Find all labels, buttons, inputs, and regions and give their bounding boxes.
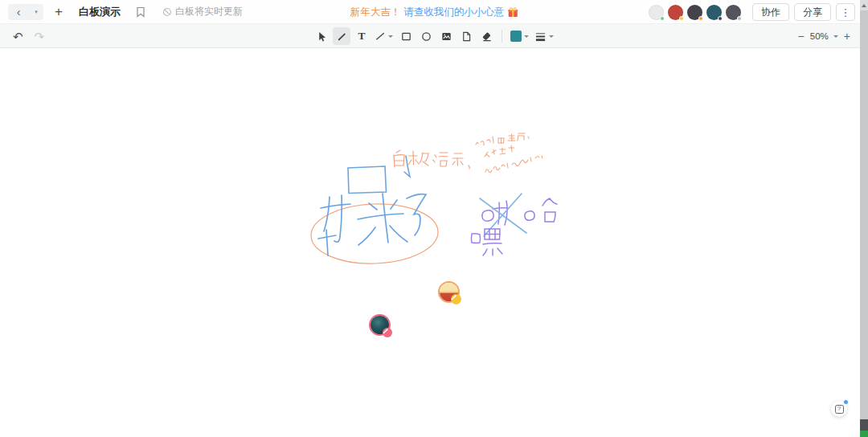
board-title[interactable]: 白板演示: [79, 5, 121, 19]
circle-icon: [420, 31, 432, 43]
sync-status-text: 白板将实时更新: [175, 5, 243, 18]
image-icon: [440, 31, 452, 43]
avatar[interactable]: [668, 5, 683, 20]
zoom-level-dropdown[interactable]: 50%: [810, 31, 838, 41]
avatar[interactable]: [726, 5, 741, 20]
zoom-out-button[interactable]: −: [798, 31, 805, 42]
stroke-width-icon: [534, 31, 547, 42]
status-dot: [718, 16, 723, 21]
scrollbar-corner: [860, 431, 868, 437]
rectangle-tool-button[interactable]: [397, 27, 415, 45]
handwriting-purple-word: [482, 198, 557, 225]
vertical-scrollbar[interactable]: [860, 0, 868, 437]
collaborator-cursor: [438, 281, 460, 303]
collaborator-avatars: [649, 5, 741, 20]
eraser-icon: [481, 31, 493, 43]
avatar[interactable]: [687, 5, 702, 20]
sync-slash-icon: [162, 7, 172, 17]
select-tool-button[interactable]: [313, 27, 330, 45]
help-icon: ?: [835, 405, 844, 414]
color-swatch: [510, 31, 522, 42]
text-tool-icon: T: [358, 30, 365, 43]
more-menu-button[interactable]: ⋮: [836, 3, 855, 21]
collaborator-cursor: [369, 314, 391, 336]
zoom-caret-icon: [833, 35, 838, 38]
drawn-ellipse: [310, 202, 439, 265]
stroke-color-button[interactable]: [509, 27, 530, 45]
gift-icon: [507, 7, 518, 18]
line-icon: [375, 31, 386, 42]
ellipse-tool-button[interactable]: [417, 27, 435, 45]
scrollbar-thumb[interactable]: [860, 419, 868, 431]
header-left: ‹ ▾ + 白板演示 白板将实时更新: [0, 3, 243, 21]
pen-icon: [336, 31, 348, 43]
rectangle-icon: [400, 31, 412, 43]
color-caret-icon: [524, 35, 529, 38]
drawn-blue-arrow: [404, 156, 410, 177]
header-right: 协作 分享 ⋮: [649, 0, 855, 24]
handwriting-board-note: [394, 150, 469, 169]
new-board-button[interactable]: +: [50, 3, 68, 21]
cursor-arrow-icon: [316, 31, 328, 43]
drawn-cross-out: [480, 194, 526, 236]
handwriting-big-blue: [318, 194, 426, 255]
sync-status: 白板将实时更新: [162, 5, 243, 18]
handwriting-device-note: [476, 133, 542, 173]
toolbar: ↶ ↷ T: [0, 24, 868, 48]
document-icon: [461, 31, 473, 43]
promo-message: 请查收我们的小小心意: [403, 6, 504, 19]
status-dot: [698, 16, 703, 21]
avatar[interactable]: [649, 5, 664, 20]
zoom-in-button[interactable]: +: [844, 31, 850, 42]
line-tool-caret-icon: [388, 35, 393, 38]
drawn-rectangle: [348, 166, 387, 194]
back-button[interactable]: ‹: [8, 4, 29, 20]
document-tool-button[interactable]: [457, 27, 475, 45]
promo-highlight: 新年大吉！: [350, 6, 401, 19]
pen-tool-button[interactable]: [333, 27, 350, 45]
undo-button[interactable]: ↶: [11, 31, 25, 43]
back-history-caret-icon[interactable]: ▾: [29, 4, 43, 20]
help-button[interactable]: ?: [831, 401, 847, 417]
whiteboard-canvas[interactable]: [0, 48, 868, 437]
image-tool-button[interactable]: [437, 27, 455, 45]
eraser-tool-button[interactable]: [477, 27, 495, 45]
text-tool-button[interactable]: T: [353, 27, 371, 45]
tool-strip: T: [313, 24, 555, 48]
scrollbar-up-arrow-icon[interactable]: [860, 0, 868, 10]
promo-banner[interactable]: 新年大吉！ 请查收我们的小小心意: [350, 0, 518, 24]
whiteboard-app: ‹ ▾ + 白板演示 白板将实时更新 新年大吉！ 请查收我们的小小心意: [0, 0, 868, 437]
status-dot: [679, 16, 684, 21]
toolbar-divider: [502, 30, 502, 43]
zoom-level-value: 50%: [810, 31, 829, 41]
nav-pill: ‹ ▾: [8, 4, 43, 20]
share-button[interactable]: 分享: [794, 3, 831, 21]
pencil-badge-icon: [451, 294, 461, 304]
redo-button[interactable]: ↷: [33, 31, 47, 43]
bookmark-icon[interactable]: [132, 3, 149, 21]
zoom-controls: − 50% +: [798, 24, 850, 48]
history-controls: ↶ ↷: [11, 24, 46, 48]
stroke-width-caret-icon: [549, 35, 554, 38]
collaborate-button[interactable]: 协作: [752, 3, 789, 21]
canvas-drawing-layer: [0, 48, 868, 437]
avatar[interactable]: [706, 5, 722, 20]
header-bar: ‹ ▾ + 白板演示 白板将实时更新 新年大吉！ 请查收我们的小小心意: [0, 0, 868, 24]
status-dot: [737, 16, 742, 21]
line-tool-button[interactable]: [373, 27, 395, 45]
stroke-width-button[interactable]: [533, 27, 555, 45]
pencil-badge-icon: [383, 328, 392, 337]
help-notification-dot: [844, 400, 848, 404]
status-dot: [660, 16, 665, 21]
